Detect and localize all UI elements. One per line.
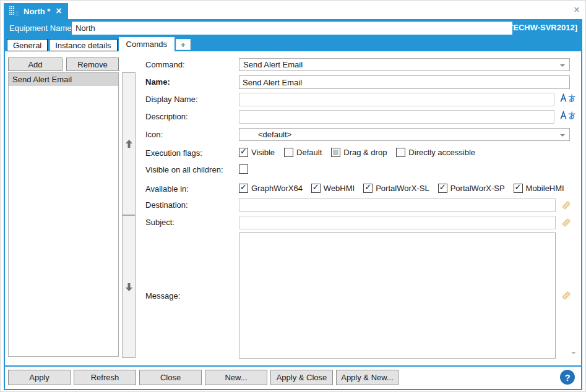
command-label: Command:: [145, 60, 185, 69]
equipment-dialog: Equipment Name: [TECHW-SVR2012] General …: [4, 19, 582, 390]
footer-bar: Apply Refresh Close New... Apply & Close…: [5, 367, 581, 388]
building-icon: [9, 6, 19, 16]
directly-accessible-checkbox[interactable]: Directly accessible: [396, 148, 475, 157]
default-checkbox[interactable]: Default: [284, 148, 322, 157]
destination-label: Destination:: [145, 200, 188, 210]
down-arrow-icon: [126, 283, 132, 291]
display-name-label: Display Name:: [145, 95, 198, 104]
apply-button[interactable]: Apply: [8, 370, 71, 385]
add-button[interactable]: Add: [8, 58, 62, 71]
visible-on-all-children-label: Visible on all children:: [145, 165, 223, 174]
reorder-column: [122, 72, 136, 358]
message-input[interactable]: [239, 232, 556, 359]
window-close-icon[interactable]: ×: [574, 4, 580, 15]
subject-input[interactable]: [239, 216, 556, 229]
available-in-label: Available in:: [145, 184, 189, 194]
document-tab-north[interactable]: North * ×: [4, 3, 68, 19]
execution-flags-label: Execution flags:: [145, 148, 202, 158]
tag-icon[interactable]: [561, 290, 572, 303]
commands-content: Add Remove Send Alert Email: [5, 51, 581, 365]
remove-button[interactable]: Remove: [66, 58, 119, 71]
command-dropdown[interactable]: Send Alert Email: [239, 58, 570, 71]
equipment-name-input[interactable]: [72, 22, 512, 35]
portalworx-sp-checkbox[interactable]: PortalWorX-SP: [438, 184, 505, 193]
close-button[interactable]: Close: [139, 370, 202, 385]
tab-commands[interactable]: Commands: [119, 37, 175, 51]
apply-close-button[interactable]: Apply & Close: [270, 370, 333, 385]
refresh-button[interactable]: Refresh: [74, 370, 136, 385]
command-list[interactable]: Send Alert Email: [8, 72, 119, 357]
description-input[interactable]: [239, 110, 554, 124]
localize-icon[interactable]: [560, 93, 576, 105]
document-tab-title: North *: [24, 7, 50, 16]
description-label: Description:: [145, 112, 188, 121]
mobilehmi-checkbox[interactable]: MobileHMI: [514, 184, 564, 193]
portalworx-sl-checkbox[interactable]: PortalWorX-SL: [363, 184, 429, 193]
graphworx64-checkbox[interactable]: GraphWorX64: [239, 184, 303, 193]
document-tab-close-icon[interactable]: ×: [56, 6, 61, 16]
execution-flags-group: Visible Default Drag & drop Directly acc…: [239, 148, 475, 157]
icon-label: Icon:: [145, 130, 163, 139]
name-label: Name:: [145, 77, 170, 87]
move-down-button[interactable]: [122, 215, 136, 358]
display-name-input[interactable]: [239, 93, 554, 106]
chevron-down-icon: [560, 134, 565, 137]
webhmi-checkbox[interactable]: WebHMI: [311, 184, 355, 193]
message-label: Message:: [145, 291, 180, 300]
scrollbar-down-icon[interactable]: [571, 352, 576, 354]
tag-icon[interactable]: [561, 217, 572, 230]
up-arrow-icon: [126, 140, 132, 148]
available-in-group: GraphWorX64 WebHMI PortalWorX-SL PortalW…: [239, 184, 564, 193]
name-input[interactable]: [239, 75, 570, 89]
drag-drop-checkbox[interactable]: Drag & drop: [331, 148, 387, 157]
visible-on-all-children-checkbox[interactable]: [239, 164, 248, 174]
localize-icon[interactable]: [560, 111, 576, 122]
tab-add-plus[interactable]: +: [176, 39, 191, 50]
subject-label: Subject:: [145, 218, 175, 227]
help-icon[interactable]: ?: [560, 370, 575, 385]
visible-checkbox[interactable]: Visible: [239, 148, 275, 157]
dialog-window: North * × × Equipment Name: [TECHW-SVR20…: [0, 0, 586, 392]
tab-strip: General Instance details Commands +: [5, 37, 581, 51]
new-button[interactable]: New...: [205, 370, 267, 385]
command-list-item[interactable]: Send Alert Email: [9, 73, 118, 86]
equipment-name-label: Equipment Name:: [9, 23, 74, 33]
server-badge: [TECHW-SVR2012]: [506, 23, 577, 32]
chevron-down-icon: [560, 64, 565, 67]
destination-input[interactable]: [239, 198, 556, 212]
header-bar: Equipment Name: [TECHW-SVR2012]: [5, 19, 581, 37]
icon-dropdown[interactable]: <default>: [239, 128, 570, 141]
tab-general[interactable]: General: [7, 39, 48, 51]
apply-new-button[interactable]: Apply & New...: [336, 370, 399, 385]
tag-icon[interactable]: [561, 200, 572, 213]
move-up-button[interactable]: [122, 72, 136, 215]
tab-instance-details[interactable]: Instance details: [49, 39, 117, 51]
